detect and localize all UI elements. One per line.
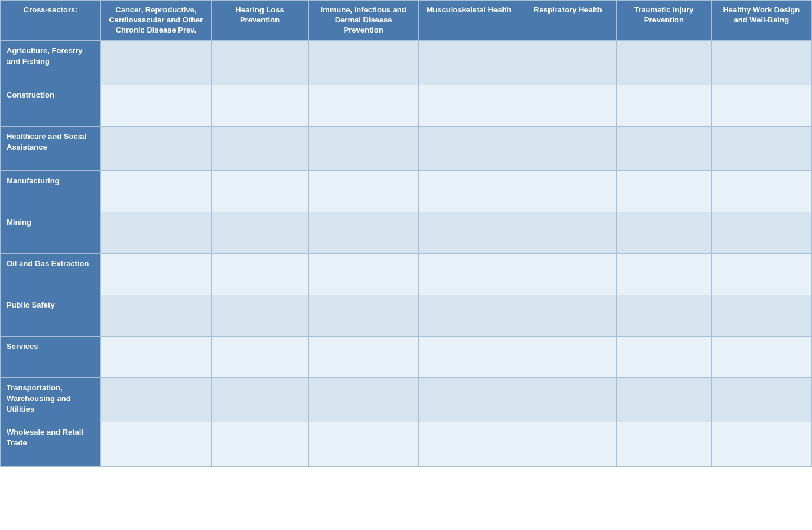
data-cell: [617, 212, 712, 253]
row-label: Mining: [1, 212, 101, 253]
data-cell: [308, 295, 418, 336]
data-cell: [101, 40, 211, 85]
header-healthy-work: Healthy Work Design and Well-Being: [711, 1, 811, 41]
data-cell: [418, 126, 519, 170]
data-cell: [418, 170, 519, 212]
row-label: Agriculture, Forestry and Fishing: [1, 40, 101, 85]
data-cell: [711, 170, 811, 212]
data-cell: [711, 212, 811, 253]
data-cell: [101, 336, 211, 377]
data-cell: [308, 336, 418, 377]
row-label: Services: [1, 336, 101, 377]
data-cell: [617, 422, 712, 466]
data-cell: [519, 170, 617, 212]
data-cell: [418, 85, 519, 126]
main-container: Cross-sectors: Cancer, Reproductive, Car…: [0, 0, 812, 530]
data-cell: [711, 377, 811, 422]
data-cell: [617, 295, 712, 336]
data-cell: [418, 295, 519, 336]
data-cell: [617, 336, 712, 377]
data-cell: [101, 212, 211, 253]
data-cell: [711, 85, 811, 126]
data-cell: [101, 126, 211, 170]
data-cell: [711, 295, 811, 336]
table-row: Services: [1, 336, 812, 377]
row-label: Public Safety: [1, 295, 101, 336]
data-cell: [308, 212, 418, 253]
data-cell: [418, 40, 519, 85]
table-row: Manufacturing: [1, 170, 812, 212]
data-cell: [617, 170, 712, 212]
data-cell: [211, 85, 308, 126]
data-cell: [519, 422, 617, 466]
table-row: Transportation, Warehousing and Utilitie…: [1, 377, 812, 422]
data-cell: [418, 422, 519, 466]
row-label: Wholesale and Retail Trade: [1, 422, 101, 466]
data-cell: [617, 377, 712, 422]
data-cell: [617, 126, 712, 170]
header-traumatic: Traumatic Injury Prevention: [617, 1, 712, 41]
row-label: Manufacturing: [1, 170, 101, 212]
data-cell: [519, 253, 617, 295]
data-cell: [519, 377, 617, 422]
header-respiratory: Respiratory Health: [519, 1, 617, 41]
row-label: Transportation, Warehousing and Utilitie…: [1, 377, 101, 422]
data-cell: [617, 85, 712, 126]
table-row: Healthcare and Social Assistance: [1, 126, 812, 170]
data-cell: [211, 40, 308, 85]
data-cell: [418, 336, 519, 377]
row-label: Healthcare and Social Assistance: [1, 126, 101, 170]
table-row: Wholesale and Retail Trade: [1, 422, 812, 466]
data-cell: [617, 253, 712, 295]
data-cell: [418, 253, 519, 295]
data-cell: [308, 170, 418, 212]
data-cell: [418, 212, 519, 253]
data-cell: [211, 126, 308, 170]
data-cell: [711, 40, 811, 85]
data-cell: [711, 422, 811, 466]
data-cell: [101, 295, 211, 336]
data-cell: [101, 170, 211, 212]
data-cell: [308, 377, 418, 422]
table-row: Construction: [1, 85, 812, 126]
cross-sectors-table: Cross-sectors: Cancer, Reproductive, Car…: [0, 0, 812, 467]
data-cell: [308, 422, 418, 466]
table-row: Agriculture, Forestry and Fishing: [1, 40, 812, 85]
data-cell: [519, 212, 617, 253]
header-hearing-loss: Hearing Loss Prevention: [211, 1, 308, 41]
row-label: Construction: [1, 85, 101, 126]
data-cell: [519, 40, 617, 85]
row-label: Oil and Gas Extraction: [1, 253, 101, 295]
data-cell: [711, 336, 811, 377]
data-cell: [101, 377, 211, 422]
data-cell: [617, 40, 712, 85]
header-cancer: Cancer, Reproductive, Cardiovascular and…: [101, 1, 211, 41]
header-musculoskeletal: Musculoskeletal Health: [418, 1, 519, 41]
data-cell: [211, 336, 308, 377]
data-cell: [519, 336, 617, 377]
data-cell: [519, 126, 617, 170]
data-cell: [308, 253, 418, 295]
header-cross-sectors: Cross-sectors:: [1, 1, 101, 41]
table-row: Oil and Gas Extraction: [1, 253, 812, 295]
data-cell: [308, 85, 418, 126]
data-cell: [211, 170, 308, 212]
data-cell: [711, 126, 811, 170]
data-cell: [519, 85, 617, 126]
data-cell: [211, 377, 308, 422]
data-cell: [418, 377, 519, 422]
data-cell: [211, 422, 308, 466]
data-cell: [308, 40, 418, 85]
table-row: Mining: [1, 212, 812, 253]
data-cell: [308, 126, 418, 170]
data-cell: [211, 295, 308, 336]
data-cell: [101, 253, 211, 295]
data-cell: [211, 253, 308, 295]
header-row: Cross-sectors: Cancer, Reproductive, Car…: [1, 1, 812, 41]
data-cell: [101, 422, 211, 466]
data-cell: [101, 85, 211, 126]
table-row: Public Safety: [1, 295, 812, 336]
header-immune: Immune, Infectious and Dermal Disease Pr…: [308, 1, 418, 41]
data-cell: [519, 295, 617, 336]
data-cell: [711, 253, 811, 295]
